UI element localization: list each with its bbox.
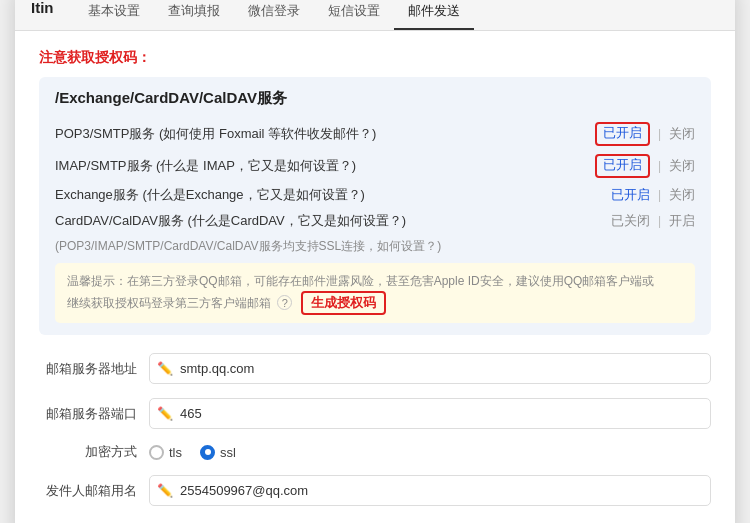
tab-basic[interactable]: 基本设置 xyxy=(74,0,154,30)
divider-imap: | xyxy=(656,159,663,173)
radio-dot-ssl xyxy=(205,449,211,455)
divider-carddav: | xyxy=(656,214,663,228)
tab-bar: 基本设置 查询填报 微信登录 短信设置 邮件发送 xyxy=(74,0,474,30)
status-imap-off[interactable]: 关闭 xyxy=(669,157,695,175)
title-bar: Itin 基本设置 查询填报 微信登录 短信设置 邮件发送 xyxy=(15,0,735,31)
status-pop3-off[interactable]: 关闭 xyxy=(669,125,695,143)
status-exchange-off[interactable]: 关闭 xyxy=(669,186,695,204)
form-label-encrypt: 加密方式 xyxy=(39,443,149,461)
app-title: Itin xyxy=(31,0,54,16)
service-status-exchange: 已开启 | 关闭 xyxy=(605,186,695,204)
generate-auth-btn[interactable]: 生成授权码 xyxy=(301,291,386,315)
status-exchange-on[interactable]: 已开启 xyxy=(611,186,650,204)
tab-query[interactable]: 查询填报 xyxy=(154,0,234,30)
smtp-port-input[interactable] xyxy=(149,398,711,429)
form-label-smtp-host: 邮箱服务器地址 xyxy=(39,360,149,378)
form-input-wrap-smtp-port: ✏️ xyxy=(149,398,711,429)
notice-label: 注意获取授权码： xyxy=(39,49,711,67)
service-row-imap: IMAP/SMTP服务 (什么是 IMAP，它又是如何设置？) 已开启 | 关闭 xyxy=(55,150,695,182)
service-row-pop3-label: POP3/SMTP服务 (如何使用 Foxmail 等软件收发邮件？) xyxy=(55,125,595,143)
service-box: /Exchange/CardDAV/CalDAV服务 POP3/SMTP服务 (… xyxy=(39,77,711,335)
service-sub-label: (POP3/IMAP/SMTP/CardDAV/CalDAV服务均支持SSL连接… xyxy=(55,238,695,255)
warning-box: 温馨提示：在第三方登录QQ邮箱，可能存在邮件泄露风险，甚至危害Apple ID安… xyxy=(55,263,695,323)
status-imap-on[interactable]: 已开启 xyxy=(595,154,650,178)
divider-pop3: | xyxy=(656,127,663,141)
service-box-title: /Exchange/CardDAV/CalDAV服务 xyxy=(55,89,695,108)
form-input-wrap-sender-email: ✏️ xyxy=(149,475,711,506)
tab-sms[interactable]: 短信设置 xyxy=(314,0,394,30)
tab-wechat[interactable]: 微信登录 xyxy=(234,0,314,30)
form-label-smtp-port: 邮箱服务器端口 xyxy=(39,405,149,423)
divider-exchange: | xyxy=(656,188,663,202)
app-window: Itin 基本设置 查询填报 微信登录 短信设置 邮件发送 注意获取授权码： /… xyxy=(15,0,735,523)
help-icon[interactable]: ? xyxy=(277,295,292,310)
smtp-host-input[interactable] xyxy=(149,353,711,384)
status-carddav-off[interactable]: 开启 xyxy=(669,212,695,230)
service-row-imap-label: IMAP/SMTP服务 (什么是 IMAP，它又是如何设置？) xyxy=(55,157,595,175)
service-status-carddav: 已关闭 | 开启 xyxy=(605,212,695,230)
service-row-carddav: CardDAV/CalDAV服务 (什么是CardDAV，它又是如何设置？) 已… xyxy=(55,208,695,234)
status-pop3-on[interactable]: 已开启 xyxy=(595,122,650,146)
form-row-encrypt: 加密方式 tls ssl xyxy=(39,443,711,461)
warning-text: 温馨提示：在第三方登录QQ邮箱，可能存在邮件泄露风险，甚至危害Apple ID安… xyxy=(67,271,654,315)
form-row-smtp-host: 邮箱服务器地址 ✏️ xyxy=(39,353,711,384)
form-label-sender-email: 发件人邮箱用名 xyxy=(39,482,149,500)
encrypt-radio-group: tls ssl xyxy=(149,445,236,460)
radio-ssl[interactable]: ssl xyxy=(200,445,236,460)
radio-circle-ssl xyxy=(200,445,215,460)
service-row-exchange-label: Exchange服务 (什么是Exchange，它又是如何设置？) xyxy=(55,186,605,204)
sender-email-input[interactable] xyxy=(149,475,711,506)
status-carddav-on[interactable]: 已关闭 xyxy=(611,212,650,230)
service-row-pop3: POP3/SMTP服务 (如何使用 Foxmail 等软件收发邮件？) 已开启 … xyxy=(55,118,695,150)
form-input-wrap-smtp-host: ✏️ xyxy=(149,353,711,384)
tab-email[interactable]: 邮件发送 xyxy=(394,0,474,30)
service-status-pop3: 已开启 | 关闭 xyxy=(595,122,695,146)
service-row-carddav-label: CardDAV/CalDAV服务 (什么是CardDAV，它又是如何设置？) xyxy=(55,212,605,230)
service-row-exchange: Exchange服务 (什么是Exchange，它又是如何设置？) 已开启 | … xyxy=(55,182,695,208)
main-content: 注意获取授权码： /Exchange/CardDAV/CalDAV服务 POP3… xyxy=(15,31,735,523)
radio-circle-tls xyxy=(149,445,164,460)
radio-tls[interactable]: tls xyxy=(149,445,182,460)
service-status-imap: 已开启 | 关闭 xyxy=(595,154,695,178)
form-row-smtp-port: 邮箱服务器端口 ✏️ xyxy=(39,398,711,429)
form-row-sender-email: 发件人邮箱用名 ✏️ xyxy=(39,475,711,506)
